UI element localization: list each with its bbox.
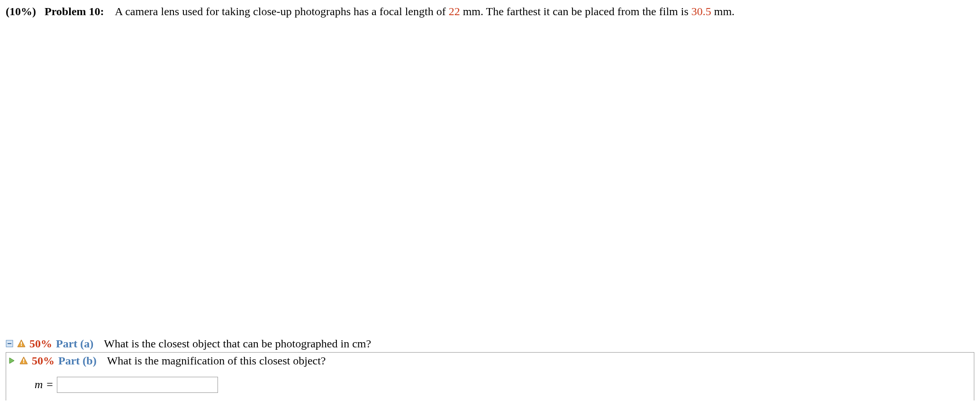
- svg-rect-3: [21, 345, 22, 346]
- problem-value-1: 22: [449, 5, 460, 18]
- problem-weight: (10%): [6, 5, 36, 18]
- magnification-input[interactable]: [57, 377, 218, 393]
- svg-rect-1: [8, 343, 11, 344]
- part-b-weight: 50%: [32, 354, 54, 367]
- svg-rect-4: [23, 359, 24, 362]
- answer-section: m =: [6, 369, 974, 400]
- content-spacer: [6, 23, 974, 336]
- problem-value-2: 30.5: [691, 5, 711, 18]
- part-a-label: Part (a): [56, 337, 93, 350]
- warning-icon: [17, 339, 26, 348]
- part-a-text: What is the closest object that can be p…: [104, 337, 371, 350]
- problem-text-prefix: A camera lens used for taking close-up p…: [115, 5, 448, 18]
- part-b-text: What is the magnification of this closes…: [107, 354, 326, 367]
- answer-variable: m: [35, 378, 43, 391]
- part-b-label: Part (b): [58, 354, 97, 367]
- svg-rect-2: [21, 342, 22, 345]
- problem-label: Problem 10:: [45, 5, 104, 18]
- part-a-weight: 50%: [29, 337, 52, 350]
- minus-icon[interactable]: [6, 340, 13, 347]
- part-b-row[interactable]: 50% Part (b) What is the magnification o…: [6, 352, 974, 369]
- problem-header: (10%) Problem 10: A camera lens used for…: [6, 4, 974, 20]
- problem-text-suffix: mm.: [714, 5, 735, 18]
- problem-text-mid: mm. The farthest it can be placed from t…: [463, 5, 691, 18]
- answer-row: m =: [35, 377, 945, 393]
- answer-equals: =: [46, 378, 53, 391]
- play-icon[interactable]: [8, 357, 16, 364]
- part-a-row[interactable]: 50% Part (a) What is the closest object …: [6, 336, 974, 352]
- svg-rect-5: [23, 362, 24, 363]
- warning-icon: [19, 356, 28, 365]
